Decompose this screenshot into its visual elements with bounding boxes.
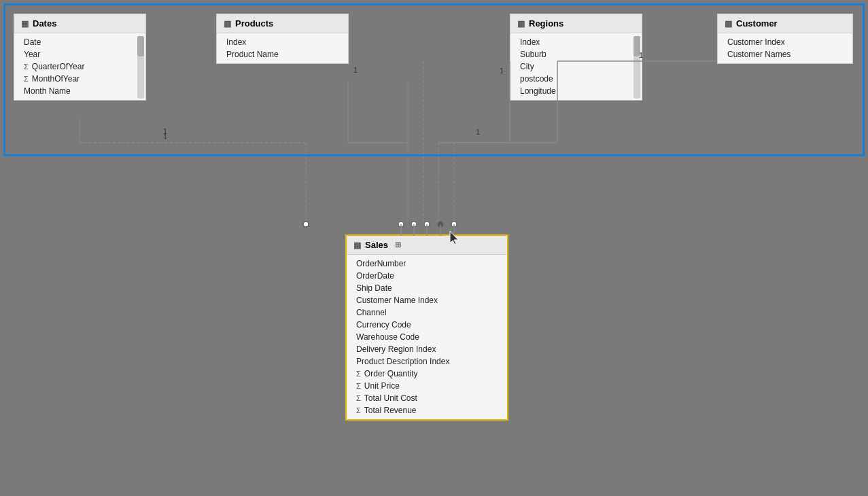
field-orderquantity: ΣOrder Quantity [347, 368, 507, 380]
regions-scroll-thumb[interactable] [633, 36, 640, 56]
regions-table: ▦ Regions Index Suburb City postcode Lon… [510, 14, 642, 101]
sales-table-title: Sales [365, 240, 388, 250]
svg-text:1: 1 [500, 67, 504, 75]
field-date: Date [14, 36, 145, 48]
svg-text:1: 1 [163, 127, 167, 135]
table-icon: ▦ [725, 19, 732, 29]
products-table-header: ▦ Products [217, 14, 348, 33]
field-suburb: Suburb [510, 48, 642, 60]
field-shipdate: Ship Date [347, 282, 507, 294]
field-longitude: Longitude [510, 85, 642, 97]
svg-point-3 [303, 222, 309, 227]
field-productdescriptionindex: Product Description Index [347, 355, 507, 368]
field-unitprice: ΣUnit Price [347, 380, 507, 392]
customer-table: ▦ Customer Customer Index Customer Names [717, 14, 853, 64]
sales-table: ▦ Sales ⊞ OrderNumber OrderDate Ship Dat… [345, 234, 508, 421]
table-icon: ▦ [353, 241, 361, 250]
field-monthofyear: ΣMonthOfYear [14, 73, 145, 85]
dates-table-header: ▦ Dates [14, 14, 145, 33]
svg-point-22 [411, 222, 417, 227]
products-table-title: Products [235, 18, 273, 29]
sales-expand-icon[interactable]: ⊞ [395, 241, 401, 249]
regions-table-header: ▦ Regions [510, 14, 642, 33]
field-channel: Channel [347, 306, 507, 319]
field-quarterofyear: ΣQuarterOfYear [14, 60, 145, 73]
sales-table-header: ▦ Sales ⊞ [347, 236, 507, 255]
svg-text:1: 1 [353, 66, 358, 74]
customer-field-list: Customer Index Customer Names [718, 33, 852, 63]
field-year: Year [14, 48, 145, 60]
dates-table: ▦ Dates Date Year ΣQuarterOfYear ΣMonthO… [14, 14, 146, 101]
field-deliveryregionindex: Delivery Region Index [347, 343, 507, 355]
table-icon: ▦ [517, 19, 525, 29]
customer-table-title: Customer [736, 18, 778, 29]
field-totalrevenue: ΣTotal Revenue [347, 404, 507, 417]
field-customernameindex: Customer Name Index [347, 294, 507, 306]
field-warehousecode: Warehouse Code [347, 331, 507, 343]
field-ordernumber: OrderNumber [347, 258, 507, 270]
field-index: Index [510, 36, 642, 48]
field-city: City [510, 60, 642, 73]
svg-point-21 [398, 222, 404, 227]
svg-point-24 [438, 222, 443, 227]
table-icon: ▦ [21, 19, 29, 29]
regions-scrollbar[interactable] [633, 36, 640, 99]
field-currencycode: Currency Code [347, 319, 507, 331]
sales-field-list: OrderNumber OrderDate Ship Date Customer… [347, 255, 507, 419]
svg-point-23 [424, 222, 430, 227]
field-index: Index [217, 36, 348, 48]
dates-table-title: Dates [33, 18, 56, 29]
svg-text:1: 1 [163, 132, 167, 141]
dates-field-list: Date Year ΣQuarterOfYear ΣMonthOfYear Mo… [14, 33, 145, 100]
products-table: ▦ Products Index Product Name [216, 14, 349, 64]
field-monthname: Month Name [14, 85, 145, 97]
svg-text:1: 1 [476, 128, 480, 136]
field-customernames: Customer Names [718, 48, 852, 60]
field-postcode: postcode [510, 73, 642, 85]
dates-scrollbar[interactable] [137, 36, 144, 99]
field-orderdate: OrderDate [347, 270, 507, 282]
table-icon: ▦ [224, 19, 231, 29]
field-totalunitcost: ΣTotal Unit Cost [347, 392, 507, 404]
field-customerindex: Customer Index [718, 36, 852, 48]
svg-point-25 [451, 222, 457, 227]
regions-field-list: Index Suburb City postcode Longitude [510, 33, 642, 100]
products-field-list: Index Product Name [217, 33, 348, 63]
field-productname: Product Name [217, 48, 348, 60]
dates-scroll-thumb[interactable] [137, 36, 144, 56]
regions-table-title: Regions [529, 18, 563, 29]
customer-table-header: ▦ Customer [718, 14, 852, 33]
